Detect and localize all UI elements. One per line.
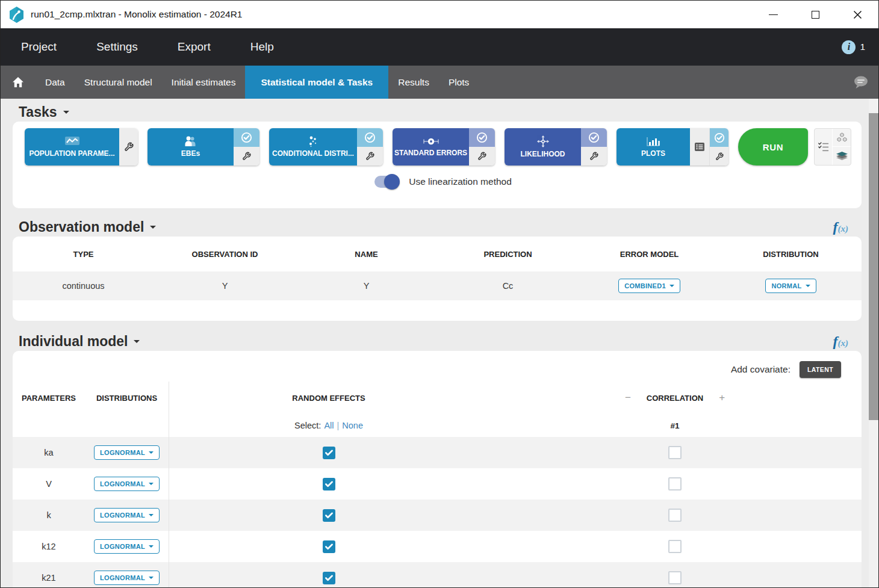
task-conditional-distribution-button[interactable]: CONDITIONAL DISTRI... <box>269 128 357 166</box>
error-model-dropdown[interactable]: COMBINED1 <box>618 279 680 293</box>
title-bar: run01_2cmp.mlxtran - Monolix estimation … <box>1 1 878 28</box>
tab-plots[interactable]: Plots <box>439 66 479 99</box>
select-all-link[interactable]: All <box>324 421 334 430</box>
distribution-dropdown-k[interactable]: LOGNORMAL <box>94 508 160 522</box>
vertical-scrollbar[interactable] <box>869 99 878 587</box>
task-plots-settings-button[interactable] <box>710 147 728 166</box>
scrollbar-thumb[interactable] <box>869 113 878 420</box>
task-likelihood-button[interactable]: LIKELIHOOD <box>505 128 581 166</box>
maximize-button[interactable] <box>794 1 836 28</box>
menu-help[interactable]: Help <box>250 40 274 54</box>
linearization-toggle[interactable] <box>374 176 399 188</box>
correlation-checkbox-ka[interactable] <box>668 446 682 459</box>
add-latent-covariate-button[interactable]: LATENT <box>800 361 841 378</box>
distribution-dropdown-k21[interactable]: LOGNORMAL <box>94 571 160 585</box>
correlation-checkbox-k[interactable] <box>668 509 682 522</box>
tasks-heading: Tasks <box>19 104 57 120</box>
random-effect-checkbox-k12[interactable] <box>323 540 335 553</box>
observation-model-heading-group[interactable]: Observation model <box>19 219 156 235</box>
close-icon <box>853 10 862 19</box>
task-standard-errors-checked-badge[interactable] <box>469 128 495 147</box>
correlation-checkbox-k21[interactable] <box>668 571 682 584</box>
check-icon <box>325 575 333 581</box>
bar-chart-icon <box>646 137 660 147</box>
formula-fx-button[interactable]: f(x) <box>833 334 849 348</box>
obs-id: Y <box>154 281 296 291</box>
task-conditional-distribution: CONDITIONAL DISTRI... <box>269 128 383 166</box>
tab-initial-estimates[interactable]: Initial estimates <box>162 66 246 99</box>
run-button[interactable]: RUN <box>738 128 808 166</box>
task-likelihood-settings-button[interactable] <box>581 147 607 166</box>
main-content: Tasks POPULATION PARAME... <box>1 102 878 588</box>
parameter-name: k21 <box>13 562 85 588</box>
formula-fx-button[interactable]: f(x) <box>833 220 849 234</box>
parameter-name: V <box>13 468 85 500</box>
task-population-parameters-button[interactable]: POPULATION PARAME... <box>25 128 119 166</box>
individual-model-heading-group[interactable]: Individual model <box>19 333 140 350</box>
observation-model-section-header: Observation model f(x) <box>19 217 862 237</box>
select-none-link[interactable]: None <box>342 421 363 430</box>
feedback-chat-icon[interactable] <box>853 75 870 90</box>
model-blocks-button[interactable] <box>833 129 851 147</box>
correlation-checkbox-k12[interactable] <box>668 540 682 553</box>
random-effect-checkbox-V[interactable] <box>323 478 335 491</box>
chevron-down-icon <box>149 545 154 550</box>
collapse-caret-icon <box>150 226 156 232</box>
layers-button[interactable] <box>833 147 851 165</box>
add-covariate-label: Add covariate: <box>731 364 790 375</box>
linearization-row: Use linearization method <box>25 176 862 188</box>
task-plots-list-button[interactable] <box>690 128 710 166</box>
tasks-section-header[interactable]: Tasks <box>19 102 862 122</box>
close-button[interactable] <box>836 1 878 28</box>
task-conditional-distribution-checked-badge[interactable] <box>357 128 383 147</box>
observation-table-header: TYPE OBSERVATION ID NAME PREDICTION ERRO… <box>13 237 862 271</box>
check-icon <box>325 481 333 487</box>
chevron-down-icon <box>149 451 154 456</box>
distribution-dropdown[interactable]: NORMAL <box>765 279 816 293</box>
linearization-label: Use linearization method <box>409 176 512 187</box>
tab-results[interactable]: Results <box>388 66 439 99</box>
col-header-distributions: DISTRIBUTIONS <box>85 382 169 414</box>
collapse-caret-icon <box>63 111 69 117</box>
select-label: Select: <box>294 421 321 430</box>
task-plots-button[interactable]: PLOTS <box>617 128 690 166</box>
task-population-parameters-settings-button[interactable] <box>119 128 138 166</box>
distribution-dropdown-k12[interactable]: LOGNORMAL <box>94 539 160 554</box>
task-standard-errors-button[interactable]: STANDARD ERRORS <box>393 128 469 166</box>
tab-data[interactable]: Data <box>36 66 75 99</box>
distribution-dropdown-ka[interactable]: LOGNORMAL <box>94 445 160 460</box>
chevron-down-icon <box>149 483 154 487</box>
add-correlation-button[interactable]: + <box>719 392 725 404</box>
obs-type: continuous <box>13 281 154 291</box>
monolix-logo-icon <box>8 6 25 23</box>
task-ebes-checked-badge[interactable] <box>234 128 259 147</box>
correlation-checkbox-V[interactable] <box>668 477 682 491</box>
task-likelihood-checked-badge[interactable] <box>581 128 607 147</box>
menu-settings[interactable]: Settings <box>96 40 138 54</box>
task-ebes-button[interactable]: EBEs <box>148 128 234 166</box>
tab-structural-model[interactable]: Structural model <box>75 66 162 99</box>
task-checklist-button[interactable] <box>815 129 833 165</box>
menu-export[interactable]: Export <box>178 40 211 54</box>
task-standard-errors-settings-button[interactable] <box>469 147 495 166</box>
random-effect-checkbox-k21[interactable] <box>323 572 335 584</box>
home-button[interactable] <box>1 66 36 99</box>
info-icon[interactable]: i <box>842 40 856 54</box>
minimize-button[interactable] <box>752 1 794 28</box>
chevron-down-icon <box>669 285 674 289</box>
random-effect-checkbox-ka[interactable] <box>323 447 335 459</box>
task-conditional-distribution-settings-button[interactable] <box>357 147 383 166</box>
random-effect-checkbox-k[interactable] <box>323 509 335 522</box>
correlation-group-label: #1 <box>670 421 679 430</box>
task-ebes: EBEs <box>148 128 259 166</box>
menu-project[interactable]: Project <box>21 40 57 54</box>
home-icon <box>12 76 24 88</box>
distribution-dropdown-V[interactable]: LOGNORMAL <box>94 477 160 491</box>
remove-correlation-button[interactable]: − <box>625 392 631 404</box>
parameter-rows: ka LOGNORMAL <box>13 437 862 588</box>
col-header-correlation-group: − CORRELATION + <box>488 382 862 414</box>
tab-statistical-model-tasks[interactable]: Statistical model & Tasks <box>245 66 388 99</box>
task-ebes-settings-button[interactable] <box>234 147 259 166</box>
task-plots-checked-badge[interactable] <box>710 128 728 147</box>
task-plots: PLOTS <box>617 128 728 166</box>
